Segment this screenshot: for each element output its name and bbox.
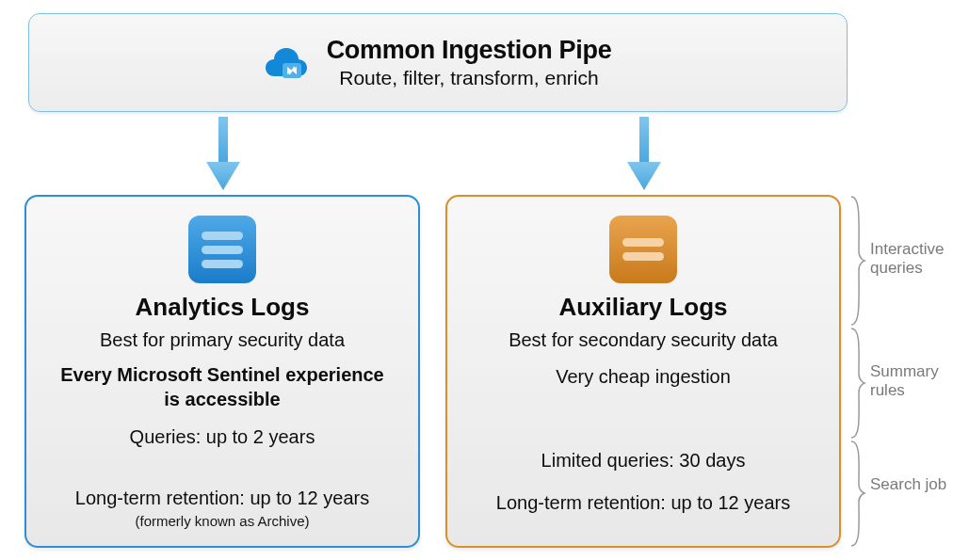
auxiliary-logs-card: Auxiliary Logs Best for secondary securi… — [445, 195, 841, 548]
auxiliary-title: Auxiliary Logs — [558, 293, 727, 322]
svg-rect-2 — [639, 117, 649, 164]
auxiliary-queries: Limited queries: 30 days — [541, 448, 746, 473]
top-text-block: Common Ingestion Pipe Route, filter, tra… — [327, 36, 612, 89]
svg-rect-1 — [218, 117, 228, 164]
analytics-logs-card: Analytics Logs Best for primary security… — [24, 195, 420, 548]
analytics-subtitle: Best for primary security data — [100, 328, 345, 353]
auxiliary-cost: Very cheap ingestion — [556, 364, 731, 390]
list-lines-icon — [188, 216, 256, 283]
two-lines-icon — [609, 216, 677, 283]
analytics-queries: Queries: up to 2 years — [130, 424, 315, 450]
brace-icon — [849, 195, 866, 327]
auxiliary-retention: Long-term retention: up to 12 years — [496, 490, 790, 516]
brace-icon — [849, 440, 866, 548]
side-label-interactive: Interactive queries — [870, 240, 962, 279]
top-subtitle: Route, filter, transform, enrich — [327, 67, 612, 89]
analytics-emphasis: Every Microsoft Sentinel experience is a… — [51, 362, 394, 411]
top-content: Common Ingestion Pipe Route, filter, tra… — [265, 36, 612, 89]
side-label-summary: Summary rules — [870, 362, 962, 401]
analytics-retention: Long-term retention: up to 12 years — [75, 486, 369, 511]
side-labels-group: Interactive queries Summary rules Search… — [849, 195, 962, 548]
cloud-transform-icon — [265, 44, 310, 82]
side-label-search: Search job — [870, 475, 946, 494]
common-ingestion-box: Common Ingestion Pipe Route, filter, tra… — [28, 13, 848, 112]
arrow-to-analytics-icon — [206, 117, 240, 192]
analytics-note: (formerly known as Archive) — [135, 513, 309, 529]
brace-icon — [849, 327, 866, 440]
arrow-to-auxiliary-icon — [627, 117, 661, 192]
analytics-title: Analytics Logs — [136, 293, 310, 322]
auxiliary-subtitle: Best for secondary security data — [509, 328, 778, 353]
top-title: Common Ingestion Pipe — [327, 36, 612, 65]
